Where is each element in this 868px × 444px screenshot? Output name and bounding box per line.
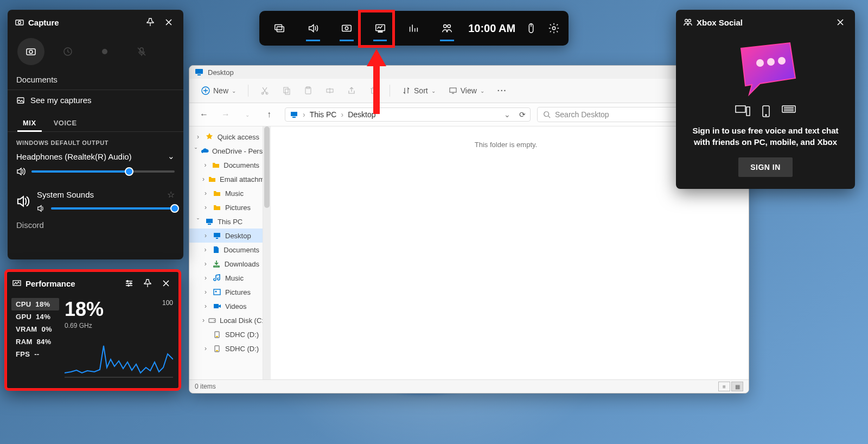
svg-rect-18 bbox=[216, 238, 218, 239]
nav-item[interactable]: SDHC (D:) bbox=[189, 327, 263, 341]
close-button[interactable] bbox=[162, 15, 176, 29]
nav-item[interactable]: ›Downloads bbox=[189, 257, 263, 271]
record-last-button[interactable] bbox=[54, 38, 81, 65]
system-sounds-slider[interactable] bbox=[51, 207, 175, 210]
svg-rect-11 bbox=[450, 88, 456, 92]
audio-button[interactable] bbox=[296, 13, 330, 43]
annotation-highlight-box bbox=[358, 10, 395, 48]
nav-item[interactable]: ›Quick access bbox=[189, 130, 263, 144]
svg-point-47 bbox=[127, 281, 129, 282]
svg-rect-1 bbox=[195, 69, 203, 74]
nav-item[interactable]: ›Documents bbox=[189, 243, 263, 257]
nav-item[interactable]: ›Documents bbox=[189, 158, 263, 172]
capture-icon bbox=[15, 18, 24, 27]
svg-rect-28 bbox=[275, 25, 282, 30]
svg-point-48 bbox=[130, 283, 132, 284]
navigation-pane[interactable]: ›Quick accessˇOneDrive - Person›Document… bbox=[189, 126, 263, 379]
options-button[interactable] bbox=[122, 276, 136, 290]
svg-rect-7 bbox=[285, 89, 290, 94]
tab-voice[interactable]: VOICE bbox=[45, 115, 86, 131]
metric-row-gpu[interactable]: GPU14% bbox=[11, 310, 59, 323]
sign-in-button[interactable]: SIGN IN bbox=[738, 157, 793, 177]
see-captures-link[interactable]: See my captures bbox=[8, 90, 183, 110]
xbox-social-button[interactable] bbox=[430, 13, 464, 43]
chart-max-label: 100 bbox=[162, 299, 173, 307]
close-button[interactable] bbox=[833, 15, 847, 29]
performance-widget[interactable]: Performance CPU18%GPU14%VRAM0%RAM84%FPS-… bbox=[4, 269, 181, 391]
metric-row-cpu[interactable]: CPU18% bbox=[11, 298, 59, 310]
resources-button[interactable] bbox=[397, 13, 430, 43]
more-button[interactable]: ··· bbox=[492, 83, 513, 98]
metric-row-ram[interactable]: RAM84% bbox=[11, 335, 59, 348]
view-icon bbox=[449, 86, 457, 95]
back-button[interactable]: ← bbox=[195, 106, 213, 123]
breadcrumb-segment[interactable]: This PC bbox=[310, 110, 337, 119]
svg-point-39 bbox=[18, 21, 21, 24]
nav-item[interactable]: ›Pictures bbox=[189, 285, 263, 299]
scrollbar[interactable] bbox=[263, 126, 271, 379]
view-button[interactable]: View ⌄ bbox=[443, 83, 490, 98]
metric-row-fps[interactable]: FPS-- bbox=[11, 348, 59, 360]
pin-button[interactable] bbox=[141, 276, 155, 290]
svg-point-31 bbox=[345, 27, 348, 30]
mouse-button[interactable] bbox=[520, 13, 542, 43]
explorer-toolbar: New ⌄ Sort ⌄ View ⌄ ··· bbox=[189, 79, 749, 103]
nav-item[interactable]: ˇThis PC bbox=[189, 214, 263, 229]
svg-rect-16 bbox=[208, 224, 211, 225]
game-bar-toolbar[interactable]: 10:00 AM bbox=[259, 11, 569, 46]
refresh-button[interactable]: ⟳ bbox=[519, 110, 526, 119]
tab-mix[interactable]: MIX bbox=[14, 115, 45, 131]
capture-widget[interactable]: Capture Documents See my captures MIX VO… bbox=[8, 10, 183, 259]
metric-list[interactable]: CPU18%GPU14%VRAM0%RAM84%FPS-- bbox=[11, 298, 59, 380]
metric-row-vram[interactable]: VRAM0% bbox=[11, 323, 59, 335]
explorer-titlebar[interactable]: Desktop bbox=[189, 66, 749, 79]
details-view-icon[interactable]: ≡ bbox=[718, 382, 730, 391]
sort-button[interactable]: Sort ⌄ bbox=[397, 83, 441, 98]
new-button[interactable]: New ⌄ bbox=[196, 83, 241, 98]
clock: 10:00 AM bbox=[464, 22, 520, 35]
star-icon[interactable]: ☆ bbox=[167, 189, 175, 200]
svg-point-20 bbox=[215, 291, 217, 293]
chevron-down-icon[interactable]: ⌄ bbox=[504, 110, 510, 119]
svg-point-53 bbox=[756, 59, 764, 67]
nav-item[interactable]: ›Desktop bbox=[189, 229, 263, 243]
item-count: 0 items bbox=[195, 383, 216, 390]
cut-button bbox=[255, 83, 275, 98]
collapse-button[interactable]: ‹ bbox=[159, 384, 173, 391]
svg-point-55 bbox=[778, 57, 786, 65]
nav-item[interactable]: ˇOneDrive - Person bbox=[189, 144, 263, 158]
nav-item[interactable]: ›Music bbox=[189, 186, 263, 200]
pin-button[interactable] bbox=[143, 15, 157, 29]
capture-title: Capture bbox=[28, 18, 59, 27]
xbox-social-widget[interactable]: Xbox Social Sign in to use free voice an… bbox=[676, 10, 855, 189]
nav-item[interactable]: ›Email attachmer bbox=[189, 172, 263, 186]
screenshot-button[interactable] bbox=[17, 38, 44, 65]
recent-button[interactable]: ⌄ bbox=[238, 106, 257, 123]
nav-item[interactable]: ›Pictures bbox=[189, 200, 263, 214]
master-volume-slider[interactable] bbox=[31, 170, 175, 173]
record-button[interactable] bbox=[91, 38, 118, 65]
widgets-menu-button[interactable] bbox=[263, 13, 296, 43]
nav-item[interactable]: ›Videos bbox=[189, 299, 263, 313]
output-device-select[interactable]: Headphones (Realtek(R) Audio) ⌄ bbox=[8, 149, 183, 164]
svg-point-14 bbox=[544, 112, 549, 117]
nav-item[interactable]: ›SDHC (D:) bbox=[189, 341, 263, 356]
up-button[interactable]: ↑ bbox=[260, 106, 278, 123]
xbox-icon bbox=[782, 105, 796, 113]
mic-toggle-button[interactable] bbox=[128, 38, 155, 65]
svg-rect-56 bbox=[736, 106, 745, 112]
svg-rect-21 bbox=[214, 304, 219, 308]
view-mode-toggle[interactable]: ≡ ▦ bbox=[718, 382, 743, 391]
nav-item[interactable]: ›Music bbox=[189, 271, 263, 285]
address-bar[interactable]: › This PC › Desktop ⌄ ⟳ bbox=[285, 107, 531, 122]
icons-view-icon[interactable]: ▦ bbox=[731, 382, 743, 391]
settings-button[interactable] bbox=[542, 13, 565, 43]
nav-item[interactable]: ›Local Disk (C:) bbox=[189, 313, 263, 327]
device-icons-row bbox=[735, 105, 796, 117]
rename-button bbox=[320, 83, 340, 98]
svg-point-59 bbox=[765, 115, 767, 116]
svg-point-49 bbox=[128, 285, 130, 287]
svg-point-34 bbox=[444, 25, 447, 28]
chat-bubble-illustration bbox=[730, 40, 801, 100]
close-button[interactable] bbox=[159, 276, 173, 290]
